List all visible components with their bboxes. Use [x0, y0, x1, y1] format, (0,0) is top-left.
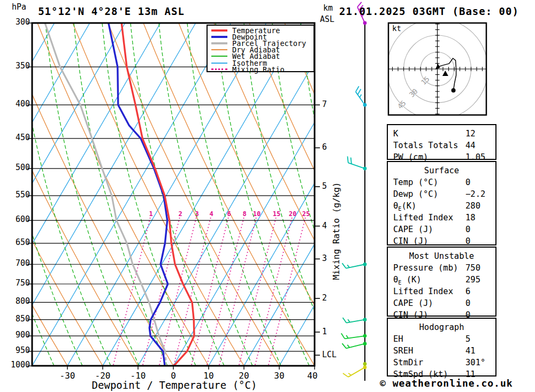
stats-box-title: Hodograph [388, 322, 495, 333]
mixing-ratio-label-8: 8 [242, 211, 246, 218]
pressure-label-450: 450 [16, 134, 30, 142]
pressure-label-500: 500 [16, 164, 30, 172]
datetime-title: 21.01.2025 03GMT (Base: 00) [339, 6, 519, 17]
dry-adiabat-line [143, 23, 315, 366]
legend-line-sample [211, 63, 227, 64]
stats-box-hodograph-stats: HodographEH5SREH41StmDir301°StmSpd (kt)1… [387, 318, 496, 376]
stats-box-stats: K12Totals Totals44PW (cm)1.05 [387, 124, 496, 160]
stat-label: Dewp (°C) [393, 189, 438, 199]
pressure-label-850: 850 [16, 315, 30, 324]
legend-line-sample [211, 36, 227, 38]
theta-subscript: E [398, 280, 401, 286]
wind-barb [343, 365, 366, 376]
wind-barb [341, 333, 367, 339]
stat-value: 0 [465, 177, 470, 188]
legend-box: TemperatureDewpointParcel TrajectoryDry … [207, 25, 315, 72]
legend-line-sample [211, 29, 227, 32]
temperature-label-20: 20 [239, 372, 249, 381]
hodograph-unit-label: kt [392, 25, 401, 33]
asl-axis-unit: ASL [320, 16, 334, 24]
isotherm-line [0, 23, 90, 366]
isotherm-line [32, 23, 231, 366]
isotherm-line [67, 23, 266, 366]
wind-barb [342, 342, 367, 348]
stat-label: CAPE (J) [393, 298, 433, 309]
temperature-label-30: 30 [274, 372, 284, 381]
km-label-3: 3 [322, 255, 327, 263]
temperature-label--20: -20 [95, 372, 111, 381]
wet-adiabat-line [45, 23, 139, 366]
pressure-label-800: 800 [16, 297, 30, 306]
plot-frame [32, 23, 315, 366]
legend-line-sample [211, 49, 227, 50]
mixing-ratio-axis-title: Mixing Ratio (g/kg) [332, 182, 341, 280]
temperature-label-10: 10 [203, 372, 213, 381]
km-label-6: 6 [322, 143, 327, 152]
km-label-1: 1 [322, 328, 327, 336]
stat-label: Pressure (mb) [393, 263, 458, 273]
station-title: 51°12'N 4°28'E 13m ASL [38, 6, 185, 17]
wind-barb [342, 263, 367, 268]
km-axis-unit: km [323, 4, 333, 13]
km-label-7: 7 [322, 101, 327, 109]
km-label-2: 2 [322, 294, 327, 303]
mixing-ratio-line [192, 218, 228, 366]
stat-label: StmDir [393, 357, 423, 368]
stat-label: EH [393, 334, 403, 344]
stat-value: 750 [465, 263, 480, 273]
mixing-ratio-label-10: 10 [253, 211, 261, 218]
copyright-text: © weatheronline.co.uk [380, 379, 513, 389]
stat-value: 0 [465, 236, 470, 247]
stats-box-title: Surface [388, 165, 495, 176]
pressure-label-700: 700 [16, 259, 30, 268]
stat-value: 295 [465, 274, 480, 285]
stat-value: 0 [465, 224, 470, 235]
mixing-ratio-label-20: 20 [289, 211, 296, 218]
km-label-5: 5 [322, 182, 327, 191]
km-label-LCL: LCL [322, 351, 337, 359]
skewt-sounding-page: hPa 51°12'N 4°28'E 13m ASL km ASL 21.01.… [0, 0, 535, 392]
wind-barb [348, 156, 367, 170]
stat-value: 5 [465, 334, 470, 344]
temperature-label--30: -30 [60, 372, 75, 381]
dry-adiabat-line [73, 23, 244, 366]
mixing-ratio-label-1: 1 [149, 211, 152, 218]
legend-line-sample [211, 56, 227, 57]
stat-value: 6 [465, 286, 470, 297]
mixing-ratio-line [239, 218, 276, 366]
legend-row-mixing-ratio: Mixing Ratio [208, 66, 314, 73]
stat-label: Totals Totals [393, 140, 458, 151]
isotherm-line [209, 23, 408, 366]
pressure-label-900: 900 [16, 331, 30, 340]
stats-box-surface: SurfaceTemp (°C)0Dewp (°C)−2.2θE(K)280Li… [387, 161, 496, 245]
stat-label: Lifted Index [393, 286, 453, 297]
stat-label: SREH [393, 345, 413, 356]
pressure-label-600: 600 [16, 216, 30, 224]
isotherm-line [173, 23, 372, 366]
hodograph-end-dot [452, 88, 456, 93]
mixing-ratio-label-15: 15 [273, 211, 280, 218]
stats-box-title: Most Unstable [388, 251, 495, 262]
wet-adiabat-line [0, 23, 82, 366]
stat-value: 280 [465, 201, 480, 211]
legend-label: Mixing Ratio [232, 65, 285, 74]
mixing-ratio-label-6: 6 [227, 211, 231, 218]
stat-label: CIN (J) [393, 236, 428, 247]
dry-adiabat-line [0, 23, 67, 366]
temperature-axis-title: Dewpoint / Temperature (°C) [92, 380, 257, 391]
wet-adiabat-line [102, 23, 196, 366]
pressure-label-650: 650 [16, 239, 30, 247]
stat-label: θE (K) [393, 274, 422, 285]
legend-line-sample [211, 68, 227, 70]
pressure-label-550: 550 [16, 191, 30, 199]
stat-label: Lifted Index [393, 212, 453, 223]
pressure-axis-unit: hPa [12, 3, 26, 12]
pressure-label-300: 300 [16, 18, 30, 27]
stat-value: 0 [465, 298, 470, 309]
wind-barb [363, 362, 367, 366]
stat-label: StmSpd (kt) [393, 369, 448, 380]
isotherm-line [138, 23, 337, 366]
wet-adiabat-line [272, 23, 366, 366]
stat-value: −2.2 [465, 189, 485, 199]
mixing-ratio-label-2: 2 [178, 211, 182, 218]
